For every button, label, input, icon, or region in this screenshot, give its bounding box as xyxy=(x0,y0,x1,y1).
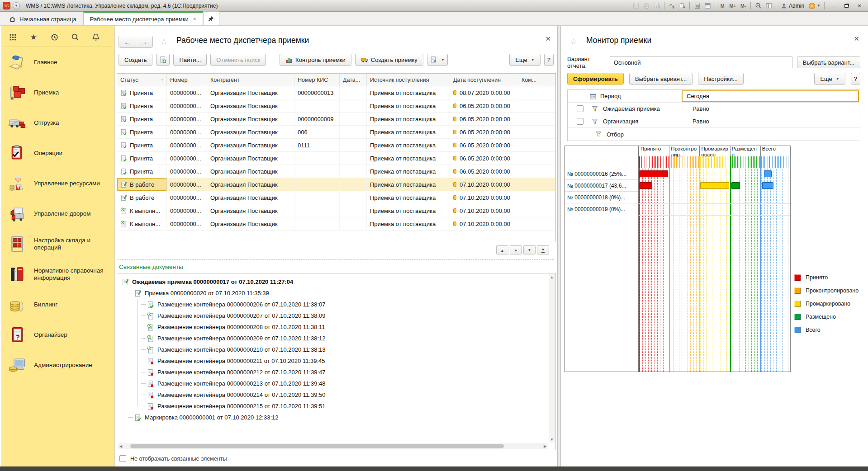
gantt-bar[interactable] xyxy=(764,170,771,177)
tree-item[interactable]: Маркировка 00000000001 от 07.10.2020 12:… xyxy=(117,412,279,423)
link-add-icon[interactable] xyxy=(667,2,676,10)
sidebar-item-5[interactable]: Управление ресурсами xyxy=(1,168,114,198)
tree-item[interactable]: Размещение контейнера 00000000212 от 07.… xyxy=(117,367,326,378)
history-icon[interactable] xyxy=(49,32,59,42)
table-row[interactable]: Принята00000000...Организация ПоставщикП… xyxy=(117,152,555,165)
sidebar-item-11[interactable]: Администрирование xyxy=(1,350,114,380)
tab-close-icon[interactable]: × xyxy=(193,16,196,22)
column-header-5[interactable]: Дата... xyxy=(340,74,367,86)
table-row[interactable]: Принята00000000...Организация Поставщик0… xyxy=(117,126,555,139)
gantt-row-label[interactable]: № 00000000017 (43,6... xyxy=(565,180,638,192)
column-header-3[interactable]: Контрагент xyxy=(207,74,294,86)
tree-vertical-scrollbar[interactable]: ▲ ▼ xyxy=(549,274,555,443)
column-header-1[interactable]: Статус↑ xyxy=(117,74,167,86)
scroll-up-icon[interactable]: ▲ xyxy=(549,274,555,280)
favorites-star-icon[interactable]: ★ xyxy=(28,32,38,42)
gantt-bar[interactable] xyxy=(731,182,740,189)
memory-m-minus-button[interactable]: M- xyxy=(739,2,748,10)
column-header-6[interactable]: Источник поступления xyxy=(367,74,450,86)
sidebar-item-2[interactable]: Приемка xyxy=(1,77,114,108)
tab-reception-dispatcher[interactable]: Рабочее место диспетчера приемки × xyxy=(83,11,203,25)
choose-variant-button-2[interactable]: Выбрать вариант... xyxy=(629,73,693,85)
tree-item[interactable]: Размещение контейнера 00000000207 от 07.… xyxy=(117,310,326,321)
back-button[interactable]: ← xyxy=(119,36,136,47)
go-first-button[interactable]: ▲ xyxy=(496,245,508,254)
go-next-button[interactable]: ▼ xyxy=(523,245,536,254)
monitor-more-button[interactable]: Еще▼ xyxy=(814,73,845,85)
table-row[interactable]: К выполн...00000000...Организация Постав… xyxy=(117,217,555,231)
table-row[interactable]: Принята00000000...Организация Поставщик0… xyxy=(117,113,555,126)
choose-variant-button[interactable]: Выбрать вариант... xyxy=(797,57,860,68)
filter-row-ожидаемая приемка[interactable]: Ожидаемая приемкаРавно xyxy=(568,103,860,115)
export-split-button[interactable]: ▼ xyxy=(427,54,448,66)
column-header-7[interactable]: Дата поступления xyxy=(450,74,518,86)
table-row[interactable]: Принята00000000...Организация Поставщик0… xyxy=(117,86,555,99)
filter-row-период[interactable]: ПериодСегодня xyxy=(568,90,860,103)
gantt-row-label[interactable]: № 00000000016 (25%... xyxy=(565,168,638,180)
notifications-bell-icon[interactable] xyxy=(91,32,101,42)
tab-home[interactable]: Начальная страница xyxy=(3,13,83,25)
sidebar-item-7[interactable]: Настройка склада и операций xyxy=(1,229,114,259)
filter-checkbox[interactable] xyxy=(577,118,583,125)
panel-splitter[interactable] xyxy=(557,26,561,466)
favorite-star-icon[interactable]: ☆ xyxy=(160,37,167,47)
tree-item[interactable]: Размещение контейнера 00000000213 от 07.… xyxy=(117,378,326,389)
filter-value-input[interactable]: Сегодня xyxy=(682,90,859,102)
tree-item[interactable]: Размещение контейнера 00000000214 от 07.… xyxy=(117,389,326,400)
tree-item[interactable]: Размещение контейнера 00000000208 от 07.… xyxy=(117,321,325,333)
sidebar-item-1[interactable]: Главное xyxy=(1,47,114,77)
tree-horizontal-scrollbar[interactable]: ◀ ▶ xyxy=(118,443,548,449)
zoom-icon[interactable] xyxy=(754,2,763,10)
table-row[interactable]: Принята00000000...Организация ПоставщикП… xyxy=(117,165,555,178)
tree-item[interactable]: Ожидаемая приемка 00000000017 от 07.10.2… xyxy=(117,276,293,287)
hide-linked-checkbox[interactable] xyxy=(119,455,126,462)
monitor-help-button[interactable]: ? xyxy=(851,73,860,85)
memory-m-plus-button[interactable]: M+ xyxy=(728,2,737,10)
create-new-doc-button[interactable] xyxy=(156,54,170,66)
table-row[interactable]: К выполн...00000000...Организация Постав… xyxy=(117,204,555,217)
find-button[interactable]: Найти... xyxy=(173,54,207,66)
split-view-icon[interactable] xyxy=(764,2,773,10)
gantt-bar[interactable] xyxy=(762,182,773,189)
tree-item[interactable]: Размещение контейнера 00000000209 от 07.… xyxy=(117,333,326,344)
tree-item[interactable]: Размещение контейнера 00000000215 от 07.… xyxy=(117,400,326,412)
help-button[interactable]: ? xyxy=(544,54,554,66)
tree-item[interactable]: Приемка 00000000020 от 07.10.2020 11:35:… xyxy=(117,287,269,299)
link-doc-icon[interactable] xyxy=(678,2,687,10)
go-last-button[interactable]: ▼ xyxy=(537,245,549,254)
filter-row-отбор[interactable]: Отбор xyxy=(568,128,860,141)
gantt-bar[interactable] xyxy=(640,170,668,177)
create-button[interactable]: Создать xyxy=(119,54,152,66)
scroll-down-icon[interactable]: ▼ xyxy=(549,436,555,443)
sidebar-item-8[interactable]: Нормативно справочная информация xyxy=(1,259,114,289)
forward-button[interactable]: → xyxy=(136,36,152,47)
go-prev-button[interactable]: ▲ xyxy=(510,245,522,254)
create-reception-button[interactable]: Создать приемку xyxy=(355,54,423,66)
filter-value[interactable]: Равно xyxy=(693,105,709,112)
table-row[interactable]: Принята00000000...Организация Поставщик0… xyxy=(117,139,555,152)
cancel-search-button[interactable]: Отменить поиск xyxy=(210,54,266,66)
scroll-left-icon[interactable]: ◀ xyxy=(118,443,124,449)
workplace-close-icon[interactable]: ✕ xyxy=(545,35,551,43)
gantt-bar[interactable] xyxy=(700,182,729,189)
current-user[interactable]: Admin xyxy=(779,3,806,9)
calendar-icon[interactable] xyxy=(703,2,712,10)
minimize-button[interactable]: – xyxy=(827,2,839,10)
save-icon[interactable] xyxy=(631,2,640,10)
column-header-8[interactable]: Ком... xyxy=(518,74,555,86)
tree-item[interactable]: Размещение контейнера 00000000206 от 07.… xyxy=(117,299,326,310)
more-button[interactable]: Еще▼ xyxy=(509,54,540,66)
column-header-4[interactable]: Номер КИС xyxy=(294,74,340,86)
gantt-row-label[interactable]: № 00000000019 (0%)... xyxy=(565,203,638,215)
gantt-bar[interactable] xyxy=(640,182,652,189)
column-header-2[interactable]: Номер xyxy=(167,74,207,86)
search-icon[interactable] xyxy=(70,32,80,42)
table-row[interactable]: В работе00000000...Организация Поставщик… xyxy=(117,191,555,204)
settings-button[interactable]: Настройки... xyxy=(698,73,744,85)
generate-button[interactable]: Сформировать xyxy=(567,73,624,85)
menu-grid-icon[interactable] xyxy=(8,32,18,42)
sidebar-item-3[interactable]: Отгрузка xyxy=(1,108,114,138)
system-menu-button[interactable]: ▼ xyxy=(13,2,20,9)
pin-tab[interactable] xyxy=(203,11,219,25)
sidebar-item-10[interactable]: ?Органайзер xyxy=(1,320,114,350)
